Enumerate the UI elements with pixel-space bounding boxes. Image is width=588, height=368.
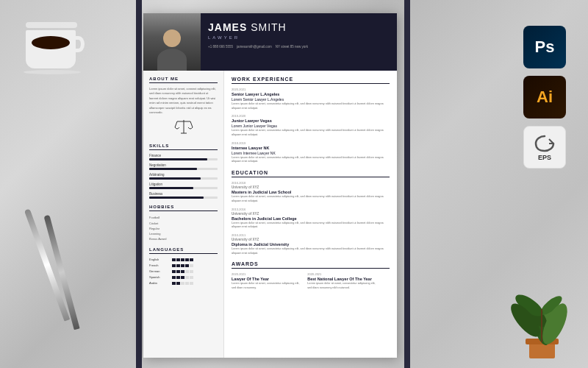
resume-name-block: JAMES SMITH LAWYER +1 888 666 5555 james…	[201, 13, 397, 71]
education-title: Education	[232, 170, 390, 177]
hobby-item: Learning	[149, 231, 218, 236]
resume-last-name: SMITH	[251, 21, 287, 33]
plant-decoration	[496, 228, 584, 361]
resume-phone: +1 888 666 5555	[208, 45, 233, 49]
illustrator-icon: Ai	[523, 76, 566, 118]
education-item: 2013-2016 University of XYZ Bachelors in…	[232, 208, 390, 230]
education-item: 2016-2018 University of XYZ Masters in J…	[232, 181, 390, 203]
education-list: 2016-2018 University of XYZ Masters in J…	[232, 181, 390, 255]
resume-photo	[143, 13, 201, 71]
skill-item: Negotiation	[149, 163, 218, 170]
work-item: 2019-2020 Junior Lawyer Vegas Lorem Juni…	[232, 114, 390, 137]
award-item: 2020-2021 Lawyer Of The Year Lorem ipsum…	[232, 272, 307, 290]
svg-rect-5	[529, 342, 555, 358]
skill-item: Finance	[149, 154, 218, 160]
justice-icon	[149, 118, 218, 138]
language-item: Spanish	[149, 275, 218, 279]
resume-full-name: JAMES SMITH	[208, 22, 390, 33]
hobbies-list: FootballCricketRegularLearningBonus Awar…	[149, 215, 218, 241]
person-body	[157, 49, 187, 71]
svg-line-3	[190, 121, 193, 127]
coffee-cup-decoration	[22, 22, 88, 88]
work-item: 2018-2019 Internee Lawyer NK Lorem Inter…	[232, 141, 390, 164]
language-item: English	[149, 258, 218, 261]
awards-title: Awards	[232, 261, 390, 269]
resume-header: JAMES SMITH LAWYER +1 888 666 5555 james…	[143, 13, 397, 71]
stripe-left	[136, 0, 142, 368]
resume-job-title: LAWYER	[208, 35, 390, 40]
resume-body: About me Lorem ipsum dolor sit amet, con…	[143, 71, 397, 358]
skill-item: Litigation	[149, 183, 218, 189]
eps-icon: EPS	[523, 126, 566, 169]
resume-document: JAMES SMITH LAWYER +1 888 666 5555 james…	[143, 13, 397, 358]
stripe-right	[404, 0, 410, 368]
work-experience-list: 2020-2021 Senior Lawyer L.Angeles Lorem …	[232, 88, 390, 164]
hobby-item: Football	[149, 215, 218, 220]
language-item: Arabic	[149, 281, 218, 285]
hobby-item: Regular	[149, 226, 218, 231]
photoshop-icon: Ps	[523, 26, 566, 68]
about-text: Lorem ipsum dolor sit amet, connect adip…	[149, 87, 218, 115]
hobby-item: Bonus Award	[149, 236, 218, 241]
app-icons-panel: Ps Ai EPS	[523, 26, 566, 169]
svg-line-2	[175, 121, 177, 127]
about-title: About me	[149, 77, 218, 83]
person-head	[163, 29, 181, 47]
languages-list: EnglishFrenchGermanSpanishArabic	[149, 258, 218, 285]
work-item: 2020-2021 Senior Lawyer L.Angeles Lorem …	[232, 88, 390, 110]
resume-email: jamessmith@gmail.com	[237, 45, 272, 49]
hobbies-title: Hobbies	[149, 205, 218, 211]
work-experience-title: Work Experience	[232, 77, 390, 84]
skills-list: Finance Negotiation Arbitrating Litigati…	[149, 154, 218, 199]
language-item: French	[149, 263, 218, 267]
resume-first-name: JAMES	[208, 21, 247, 33]
award-item: 2020-2021 Best National Lawyer Of The Ye…	[307, 272, 383, 290]
eps-label: EPS	[538, 154, 551, 161]
resume-address: NY street 85 new york	[276, 45, 308, 49]
resume-contact: +1 888 666 5555 jamessmith@gmail.com NY …	[208, 44, 390, 49]
resume-left-column: About me Lorem ipsum dolor sit amet, con…	[143, 71, 224, 358]
skills-title: Skills	[149, 144, 218, 150]
hobby-item: Cricket	[149, 221, 218, 226]
education-item: 2010-2011 University of XYZ Diploma in J…	[232, 233, 390, 255]
resume-right-column: Work Experience 2020-2021 Senior Lawyer …	[224, 71, 397, 358]
languages-title: Languages	[149, 247, 218, 254]
awards-list: 2020-2021 Lawyer Of The Year Lorem ipsum…	[232, 272, 390, 293]
skill-item: Arbitrating	[149, 173, 218, 180]
language-item: German	[149, 269, 218, 273]
skill-item: Business	[149, 192, 218, 199]
